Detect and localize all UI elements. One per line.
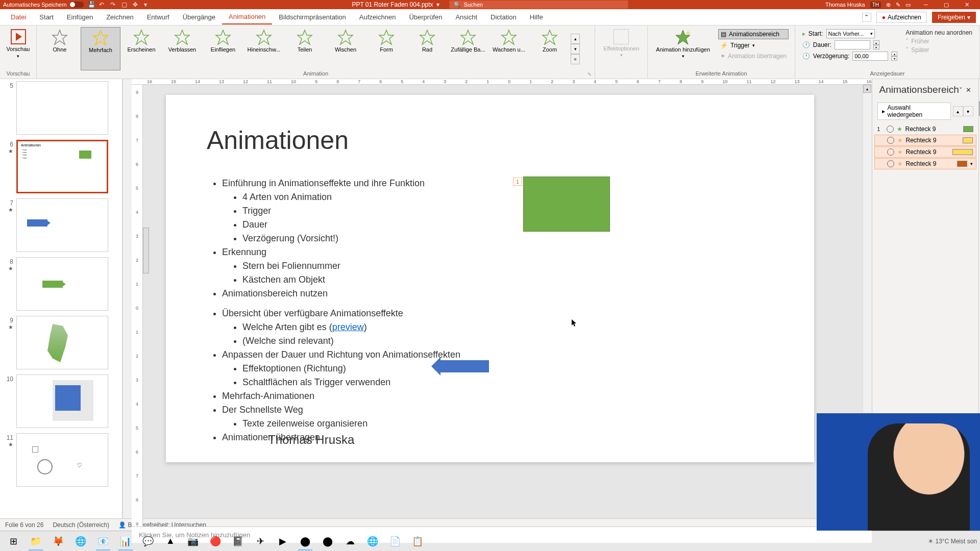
green-rectangle-shape[interactable] [523,177,610,232]
add-animation-button[interactable]: + Animation hinzufügen ▾ [651,27,715,63]
animation-einfliegen[interactable]: Einfliegen [203,27,243,70]
touch-icon[interactable]: ✥ [133,1,140,8]
thumbnail-slide-6[interactable]: 6★Animationen• text• text• text• text [4,140,118,193]
thumbnail-slide-8[interactable]: 8★ [4,257,118,311]
thumbnail-slide-11[interactable]: 11★♡ [4,433,118,487]
app-icon[interactable]: ☁ [340,532,360,550]
outline-toggle[interactable] [143,228,149,273]
animation-hineinschw...[interactable]: Hineinschw... [244,27,284,70]
animation-rad[interactable]: Rad [407,27,447,70]
scroll-up-icon[interactable]: ▴ [863,85,871,93]
animation-pane-button[interactable]: ▤Animationsbereich [718,29,789,39]
onenote-icon[interactable]: 📓 [228,532,248,550]
trigger-button[interactable]: ⚡Trigger▾ [718,41,789,50]
powerpoint-icon[interactable]: 📊 [115,532,136,550]
duration-spinner[interactable]: ▴▾ [873,40,879,49]
slide-title[interactable]: Animationen [207,126,349,155]
toggle-switch[interactable] [69,2,84,8]
app-icon[interactable]: 📄 [385,532,405,550]
start-select[interactable]: Nach Vorher...▾ [826,29,875,38]
animation-wachsen u...[interactable]: Wachsen u... [489,27,529,70]
duration-input[interactable] [835,40,870,49]
thumbs-scrollbar[interactable] [122,79,132,518]
tab-review[interactable]: Überprüfen [402,10,449,24]
animation-list-item[interactable]: 1★Rechteck 9 [874,124,976,134]
close-pane-icon[interactable]: ✕ [966,86,971,94]
save-icon[interactable]: 💾 [88,1,95,8]
share-button[interactable]: Freigeben▾ [932,12,976,23]
animation-zoom[interactable]: Zoom [530,27,570,70]
language-indicator[interactable]: Deutsch (Österreich) [53,521,109,529]
animation-list-item[interactable]: ★Rechteck 9 [874,135,976,146]
tab-draw[interactable]: Zeichnen [100,10,140,24]
slide-content[interactable]: Einführung in Animationseffekte und ihre… [207,177,460,444]
slide-canvas[interactable]: Animationen Einführung in Animationseffe… [166,95,814,462]
gallery-nav[interactable]: ▴▾≡ [571,27,580,70]
app-icon[interactable]: 🔴 [205,532,226,550]
search-input[interactable]: 🔍 Suchen [450,1,628,9]
from-beginning-icon[interactable]: ▢ [121,1,129,8]
tab-file[interactable]: Datei [4,10,33,24]
weather-widget[interactable]: ☀ 13°C Meist son [928,538,977,545]
delay-input[interactable]: 00,00 [852,52,888,61]
chrome-icon[interactable]: 🌐 [70,532,91,550]
app-icon[interactable]: 💬 [138,532,158,550]
user-avatar[interactable]: TH [870,2,881,8]
animation-zufällige ba...[interactable]: Zufällige Ba... [448,27,488,70]
record-button[interactable]: ●Aufzeichnen [876,12,927,23]
animation-number-tag[interactable]: 1 [513,178,522,186]
tab-record[interactable]: Aufzeichnen [353,10,403,24]
tab-transitions[interactable]: Übergänge [176,10,222,24]
obs-icon[interactable]: ⬤ [295,532,315,550]
tab-design[interactable]: Entwurf [140,10,176,24]
author-text[interactable]: Thomas Hruska [268,433,354,447]
minimize-button[interactable]: ─ [916,0,936,9]
preview-button[interactable]: Vorschau ▾ [3,27,33,61]
maximize-button[interactable]: ▢ [936,0,957,9]
animation-list-item[interactable]: ★Rechteck 9▾ [874,158,976,169]
tab-dictation[interactable]: Dictation [484,10,523,24]
animation-ohne[interactable]: Ohne [40,27,80,70]
move-up-button[interactable]: ▴ [953,106,963,116]
chevron-down-icon[interactable]: ˅ [959,86,963,94]
thumbnail-slide-7[interactable]: 7★ [4,198,118,252]
draw-icon[interactable]: ✎ [896,2,900,8]
firefox-icon[interactable]: 🦊 [48,532,68,550]
sync-icon[interactable]: ⊕ [886,2,891,8]
vlc-icon[interactable]: ▲ [160,532,181,550]
explorer-icon[interactable]: 📁 [26,532,46,550]
move-down-button[interactable]: ▾ [963,106,973,116]
expand-icon[interactable]: ⤡ [587,71,594,78]
ribbon-collapse-button[interactable]: ⌃ [862,13,871,22]
blue-arrow-shape[interactable] [440,360,489,372]
animation-wischen[interactable]: Wischen [326,27,365,70]
telegram-icon[interactable]: ✈ [250,532,271,550]
edge-icon[interactable]: 🌐 [362,532,383,550]
animation-list-item[interactable]: ★Rechteck 9 [874,146,976,158]
animation-mehrfach[interactable]: Mehrfach [81,27,120,70]
outlook-icon[interactable]: 📧 [93,532,113,550]
thumbnail-slide-5[interactable]: 5 [4,81,118,135]
delay-spinner[interactable]: ▴▾ [891,52,897,61]
app-icon[interactable]: ⬤ [317,532,338,550]
tab-animations[interactable]: Animationen [222,10,272,24]
filename[interactable]: PPT 01 Roter Faden 004.pptx ▾ [352,1,439,8]
close-button[interactable]: ✕ [957,0,977,9]
animation-form[interactable]: Form [366,27,406,70]
start-button[interactable]: ⊞ [3,532,23,550]
animation-erscheinen[interactable]: Erscheinen [121,27,161,70]
qat-more-icon[interactable]: ▾ [144,1,151,8]
autosave-toggle[interactable]: Automatisches Speichern [3,2,84,8]
undo-icon[interactable]: ↶ [99,1,106,8]
play-selection-button[interactable]: ▸Auswahl wiedergeben [877,103,951,120]
animation-teilen[interactable]: Teilen [285,27,325,70]
thumbnail-slide-9[interactable]: 9★ [4,316,118,369]
tab-view[interactable]: Ansicht [449,10,484,24]
app-icon[interactable]: 📷 [183,532,203,550]
tab-help[interactable]: Hilfe [523,10,550,24]
slide-counter[interactable]: Folie 6 von 26 [5,521,43,529]
app-icon[interactable]: 📋 [407,532,428,550]
animation-verblassen[interactable]: Verblassen [162,27,202,70]
tab-slideshow[interactable]: Bildschirmpräsentation [272,10,353,24]
tab-insert[interactable]: Einfügen [60,10,100,24]
